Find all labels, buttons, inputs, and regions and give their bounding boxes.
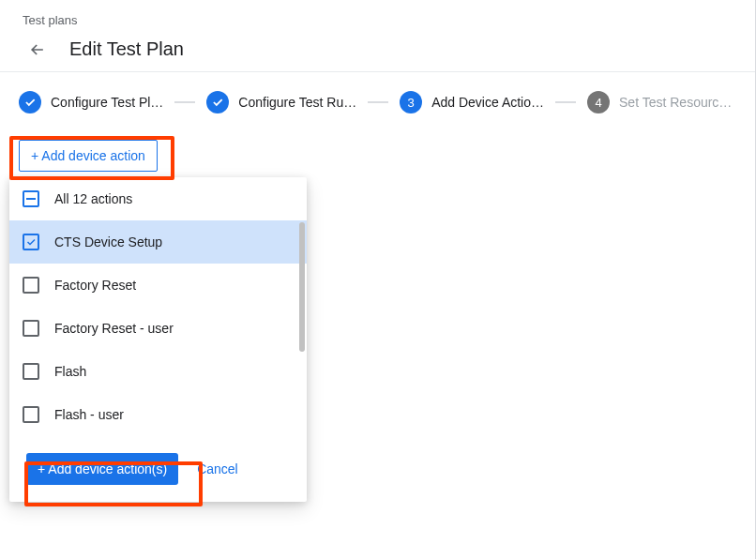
option-cts-device-setup[interactable]: CTS Device Setup <box>9 220 307 264</box>
option-label: CTS Device Setup <box>54 234 162 249</box>
checkbox-indeterminate-icon[interactable] <box>23 190 39 207</box>
main-content: + Add device action All 12 actions CTS D… <box>0 121 756 172</box>
step-connector <box>555 101 576 103</box>
check-icon <box>19 91 41 113</box>
option-flash-user[interactable]: Flash - user <box>9 393 307 436</box>
option-label: Flash - user <box>54 407 124 422</box>
step-connector <box>174 101 195 103</box>
device-action-dropdown: All 12 actions CTS Device Setup Factory … <box>9 177 307 502</box>
checkbox-checked-icon[interactable] <box>23 234 39 250</box>
checkbox-unchecked-icon[interactable] <box>23 363 39 380</box>
step-number-icon: 3 <box>400 91 422 113</box>
option-all-actions[interactable]: All 12 actions <box>9 177 307 220</box>
step-label: Configure Test Ru… <box>238 95 356 110</box>
back-arrow-icon[interactable] <box>28 40 47 59</box>
step-configure-test-plan[interactable]: Configure Test Pl… <box>19 91 163 113</box>
page-header: Test plans Edit Test Plan <box>0 0 756 71</box>
breadcrumb[interactable]: Test plans <box>23 13 733 27</box>
option-factory-reset[interactable]: Factory Reset <box>9 264 307 307</box>
step-set-test-resources[interactable]: 4 Set Test Resourc… <box>587 91 732 113</box>
step-connector <box>368 101 388 103</box>
check-icon <box>206 91 229 113</box>
option-label: All 12 actions <box>54 191 132 206</box>
page-title: Edit Test Plan <box>69 38 184 60</box>
checkbox-unchecked-icon[interactable] <box>23 406 39 423</box>
checkbox-unchecked-icon[interactable] <box>23 277 39 294</box>
cancel-button[interactable]: Cancel <box>197 461 238 476</box>
step-configure-test-run[interactable]: Configure Test Ru… <box>206 91 356 113</box>
step-add-device-actions[interactable]: 3 Add Device Actio… <box>400 91 544 113</box>
step-number-icon: 4 <box>587 91 610 113</box>
stepper: Configure Test Pl… Configure Test Ru… 3 … <box>0 72 756 121</box>
option-list: All 12 actions CTS Device Setup Factory … <box>9 177 307 436</box>
option-factory-reset-user[interactable]: Factory Reset - user <box>9 307 307 350</box>
add-device-action-button[interactable]: + Add device action <box>19 140 158 172</box>
add-device-actions-confirm-button[interactable]: + Add device action(s) <box>26 453 178 485</box>
step-label: Set Test Resourc… <box>619 95 732 110</box>
dropdown-footer: + Add device action(s) Cancel <box>9 436 307 502</box>
option-label: Flash <box>54 364 86 379</box>
scrollbar-thumb[interactable] <box>299 222 305 352</box>
step-label: Configure Test Pl… <box>51 95 163 110</box>
option-label: Factory Reset <box>54 278 136 293</box>
option-flash[interactable]: Flash <box>9 350 307 393</box>
checkbox-unchecked-icon[interactable] <box>23 320 39 337</box>
option-label: Factory Reset - user <box>54 321 174 336</box>
step-label: Add Device Actio… <box>431 95 544 110</box>
